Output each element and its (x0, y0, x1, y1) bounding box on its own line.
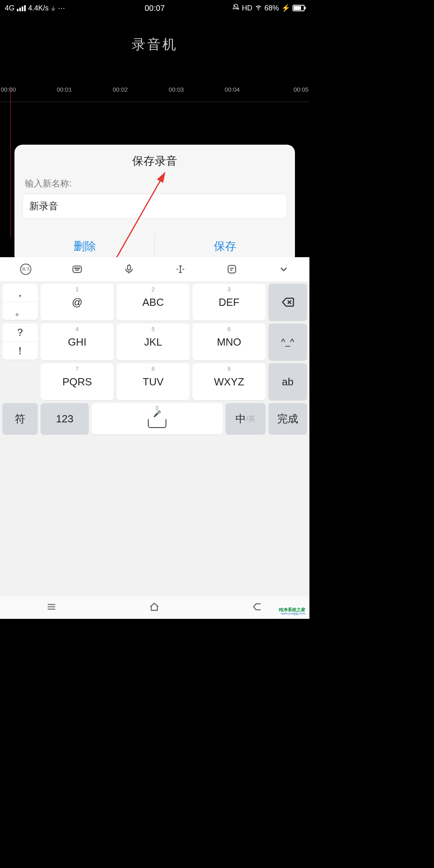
key-ab-mode[interactable]: ab (268, 363, 307, 400)
key-question[interactable]: ？ (2, 323, 38, 342)
keyboard-toolbar: 讯飞 (0, 257, 309, 281)
battery-pct: 68% (264, 4, 279, 12)
status-right: HD 68% ⚡ (232, 4, 305, 13)
status-bar: 4G 4.4K/s ⏚ ⋯ 00:07 HD 68% ⚡ (0, 0, 309, 16)
battery-icon (293, 5, 305, 11)
tick: 00:05 (280, 86, 309, 102)
status-left: 4G 4.4K/s ⏚ ⋯ (5, 4, 66, 12)
keyboard-grid: ， 。 1@ 2ABC 3DEF ？ ！ 4GHI 5JKL 6MNO ^_^ … (0, 281, 309, 400)
save-dialog: 保存录音 输入新名称: 新录音 删除 保存 (14, 145, 295, 264)
signal-icon (17, 5, 26, 11)
hd-label: HD (242, 4, 252, 12)
tick: 00:03 (169, 86, 225, 102)
watermark: 纯净系统之家 www.ycwjgjy.com (277, 606, 307, 616)
key-9-wxyz[interactable]: 9WXYZ (192, 363, 266, 400)
charging-icon: ⚡ (281, 4, 290, 12)
page-title: 录音机 (0, 35, 309, 54)
tick: 00:00 (1, 86, 57, 102)
recording-name-input[interactable]: 新录音 (23, 194, 287, 219)
wifi-icon (255, 4, 262, 13)
key-language[interactable]: 中/英 (225, 403, 266, 434)
recent-apps-icon[interactable] (46, 601, 57, 614)
tick: 00:01 (57, 86, 113, 102)
key-space[interactable]: 0 🎤 (92, 403, 223, 434)
network-type: 4G (5, 4, 14, 12)
status-time: 00:07 (145, 4, 165, 13)
dialog-title: 保存录音 (14, 154, 295, 169)
key-3-def[interactable]: 3DEF (192, 284, 266, 321)
keyboard-bottom-row: 符 123 0 🎤 中/英 完成 (0, 403, 309, 438)
key-6-mno[interactable]: 6MNO (192, 323, 266, 360)
tick: 00:04 (225, 86, 280, 102)
svg-rect-8 (228, 266, 236, 273)
dialog-label: 输入新名称: (25, 178, 285, 190)
key-numeric[interactable]: 123 (41, 403, 89, 434)
svg-point-5 (79, 268, 80, 269)
key-period[interactable]: 。 (2, 302, 38, 320)
key-8-tuv[interactable]: 8TUV (117, 363, 190, 400)
key-4-ghi[interactable]: 4GHI (41, 323, 114, 360)
usb-icon: ⏚ (51, 4, 55, 12)
key-symbols[interactable]: 符 (2, 403, 38, 434)
key-2-abc[interactable]: 2ABC (117, 284, 190, 321)
back-icon[interactable] (252, 601, 264, 614)
keyboard-switch-icon[interactable] (70, 262, 84, 276)
key-exclaim[interactable]: ！ (2, 342, 38, 360)
tick: 00:02 (113, 86, 169, 102)
ime-logo-icon[interactable]: 讯飞 (18, 262, 33, 276)
key-1[interactable]: 1@ (41, 284, 114, 321)
svg-point-3 (75, 268, 76, 269)
key-comma[interactable]: ， (2, 284, 38, 302)
more-icon: ⋯ (58, 4, 66, 12)
playhead-indicator (10, 86, 11, 237)
key-done[interactable]: 完成 (268, 403, 307, 434)
timeline-ruler: 00:00 00:01 00:02 00:03 00:04 00:05 (0, 86, 309, 102)
cursor-mode-icon[interactable] (173, 262, 188, 276)
clipboard-icon[interactable] (225, 262, 239, 276)
navigation-bar (0, 596, 309, 619)
voice-input-icon[interactable] (122, 262, 136, 276)
keyboard: 讯飞 ， 。 1@ 2ABC 3DEF (0, 257, 309, 619)
key-5-jkl[interactable]: 5JKL (117, 323, 190, 360)
key-7-pqrs[interactable]: 7PQRS (41, 363, 114, 400)
home-icon[interactable] (148, 601, 160, 614)
dnd-icon (232, 4, 240, 13)
collapse-keyboard-icon[interactable] (276, 262, 291, 276)
key-backspace[interactable] (268, 284, 307, 321)
svg-rect-7 (127, 265, 130, 270)
data-speed: 4.4K/s (28, 4, 49, 12)
svg-point-4 (77, 268, 78, 269)
key-emoji[interactable]: ^_^ (268, 323, 307, 360)
